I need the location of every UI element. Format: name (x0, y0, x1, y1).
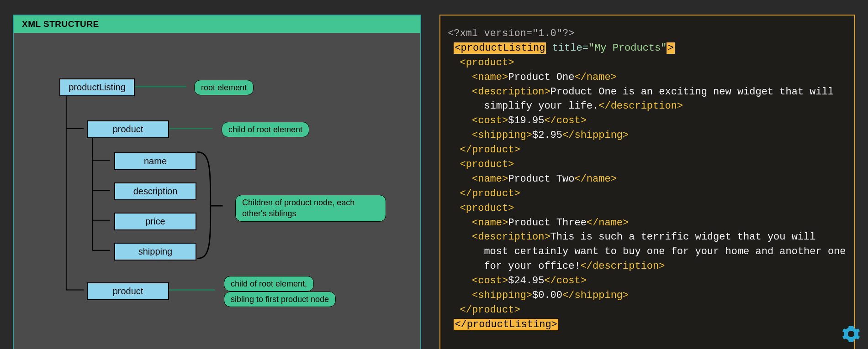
xml-p1-ship-close: </shipping> (562, 130, 629, 141)
xml-p2-name-text: Product Two (508, 173, 574, 185)
panel-title: XML STRUCTURE (14, 16, 420, 33)
annotation-children: Children of product node, each other's s… (235, 195, 386, 222)
xml-p3-cost-close: </cost> (544, 275, 586, 286)
xml-p1-desc-t2: simplify your life. (448, 100, 598, 112)
xml-p3-cost-text: $24.95 (508, 275, 544, 286)
xml-p1-name-text: Product One (508, 72, 574, 83)
node-product-1: product (87, 120, 169, 138)
xml-p3-desc-open: <description> (448, 231, 550, 243)
xml-p3-desc-t2: most certainly want to buy one for your … (448, 246, 846, 257)
annotation-product2a: child of root element, (224, 276, 314, 292)
xml-root-attr-val: "My Products" (588, 42, 667, 54)
xml-p3-cost-open: <cost> (448, 275, 508, 286)
xml-root-open: <productListing (454, 42, 546, 54)
xml-p3-ship-close: </shipping> (562, 290, 629, 301)
xml-product2-close: </product> (448, 188, 520, 199)
node-description: description (114, 182, 196, 200)
xml-structure-panel: XML STRUCTURE (13, 15, 421, 349)
xml-p3-desc-close: </description> (581, 260, 665, 272)
xml-p2-name-open: <name> (448, 173, 508, 185)
xml-p1-cost-close: </cost> (544, 115, 586, 126)
xml-p3-name-close: </name> (587, 217, 629, 229)
xml-root-close: </productListing> (454, 319, 558, 330)
xml-p1-ship-open: <shipping> (448, 130, 532, 141)
annotation-product2b: sibling to first product node (224, 292, 336, 307)
xml-root-attr-name: title= (546, 42, 588, 54)
xml-p1-desc-t1: Product One is an exciting new widget th… (550, 86, 834, 98)
xml-product3-open: <product> (448, 203, 514, 214)
xml-p2-name-close: </name> (574, 173, 616, 185)
xml-p1-cost-text: $19.95 (508, 115, 544, 126)
node-product-2: product (87, 282, 169, 300)
xml-p3-desc-t1: This is such a terrific widget that you … (550, 231, 816, 243)
node-price: price (114, 213, 196, 230)
annotation-product1: child of root element (222, 122, 309, 137)
node-shipping: shipping (114, 243, 196, 260)
node-root: productListing (59, 78, 135, 96)
xml-p3-ship-text: $0.00 (532, 290, 562, 301)
xml-product2-open: <product> (448, 159, 514, 170)
xml-p1-desc-close: </description> (598, 100, 683, 112)
xml-p1-name-open: <name> (448, 72, 508, 83)
xml-p3-ship-open: <shipping> (448, 290, 532, 301)
xml-declaration: <?xml version="1.0"?> (448, 28, 574, 39)
xml-code-panel: <?xml version="1.0"?> <productListing ti… (439, 15, 855, 349)
annotation-root: root element (194, 80, 254, 95)
xml-p3-name-text: Product Three (508, 217, 587, 229)
xml-p1-ship-text: $2.95 (532, 130, 562, 141)
xml-root-open-end: > (667, 42, 674, 54)
xml-p1-desc-open: <description> (448, 86, 550, 98)
tree-diagram: productListing product name description … (14, 33, 420, 349)
node-name: name (114, 152, 196, 170)
xml-product1-open: <product> (448, 57, 514, 68)
xml-product1-close: </product> (448, 144, 520, 156)
xml-p3-desc-t3: for your office! (448, 260, 580, 272)
xml-p1-name-close: </name> (574, 72, 616, 83)
gear-icon (842, 324, 861, 344)
xml-p1-cost-open: <cost> (448, 115, 508, 126)
xml-p3-name-open: <name> (448, 217, 508, 229)
xml-product3-close: </product> (448, 304, 520, 316)
